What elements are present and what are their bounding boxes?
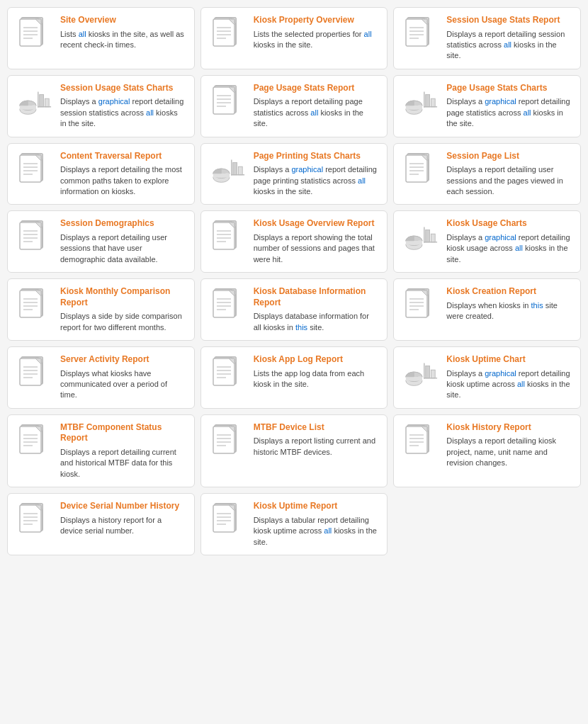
card-content-traversal-report[interactable]: Content Traversal ReportDisplays a repor… [7, 143, 195, 205]
card-desc-kiosk-app-log-report: Lists the app log data from each kiosk i… [254, 368, 379, 390]
card-device-serial-number-history[interactable]: Device Serial Number HistoryDisplays a h… [7, 493, 195, 555]
card-mtbf-device-list[interactable]: MTBF Device ListDisplays a report listin… [200, 414, 388, 487]
card-title-site-overview: Site Overview [60, 15, 186, 26]
card-kiosk-database-information-report[interactable]: Kiosk Database Information ReportDisplay… [200, 278, 388, 341]
svg-rect-111 [213, 222, 234, 249]
card-title-session-demographics: Session Demographics [60, 218, 186, 230]
svg-rect-39 [40, 94, 44, 106]
card-content-session-page-list: Session Page ListDisplays a report detai… [446, 151, 572, 198]
doc-icon-device-serial-number-history [16, 501, 53, 541]
card-content-device-serial-number-history: Device Serial Number HistoryDisplays a h… [60, 501, 186, 536]
card-session-page-list[interactable]: Session Page ListDisplays a report detai… [393, 143, 581, 205]
svg-rect-6 [20, 19, 41, 46]
card-content-kiosk-history-report: Kiosk History ReportDisplays a report de… [446, 422, 572, 469]
card-desc-kiosk-usage-charts: Displays a graphical report detailing ki… [446, 232, 572, 265]
svg-rect-186 [406, 377, 422, 381]
card-desc-kiosk-property-overview: Lists the selected properties for all ki… [254, 29, 379, 51]
card-content-server-activity-report: Server Activity ReportDisplays what kios… [60, 354, 186, 401]
svg-rect-40 [45, 98, 49, 107]
card-desc-page-usage-stats-report: Displays a report detailing page statist… [254, 96, 379, 129]
report-grid: Site OverviewLists all kiosks in the sit… [7, 7, 581, 555]
card-content-session-usage-stats-charts: Session Usage Stats ChartsDisplays a gra… [60, 83, 186, 130]
card-desc-session-demographics: Displays a report detailing user session… [60, 232, 186, 265]
card-kiosk-uptime-chart[interactable]: Kiosk Uptime ChartDisplays a graphical r… [393, 346, 581, 409]
svg-rect-68 [20, 155, 41, 182]
card-page-usage-stats-charts[interactable]: Page Usage Stats ChartsDisplays a graphi… [393, 75, 581, 137]
svg-rect-166 [20, 358, 41, 385]
card-title-session-page-list: Session Page List [446, 151, 572, 162]
svg-rect-59 [431, 98, 436, 107]
card-desc-session-page-list: Displays a report detailing user session… [446, 164, 572, 197]
card-kiosk-usage-overview-report[interactable]: Kiosk Usage Overview ReportDisplays a re… [200, 210, 388, 273]
svg-rect-187 [426, 366, 430, 378]
card-content-kiosk-usage-charts: Kiosk Usage ChartsDisplays a graphical r… [446, 218, 572, 265]
doc-icon-kiosk-usage-overview-report [210, 218, 247, 258]
card-kiosk-history-report[interactable]: Kiosk History ReportDisplays a report de… [393, 414, 581, 487]
card-desc-kiosk-monthly-comparison-report: Displays a side by side comparison repor… [60, 311, 186, 333]
doc-icon-kiosk-uptime-report [210, 501, 247, 541]
card-desc-kiosk-database-information-report: Displays database information for all ki… [254, 311, 379, 333]
chart-icon-kiosk-usage-charts [402, 218, 439, 258]
card-content-page-usage-stats-report: Page Usage Stats ReportDisplays a report… [254, 83, 379, 130]
svg-rect-87 [406, 155, 427, 182]
card-kiosk-creation-report[interactable]: Kiosk Creation ReportDisplays when kiosk… [393, 278, 581, 341]
doc-icon-kiosk-monthly-comparison-report [16, 286, 53, 326]
card-kiosk-usage-charts[interactable]: Kiosk Usage ChartsDisplays a graphical r… [393, 210, 581, 273]
chart-icon-kiosk-uptime-chart [402, 354, 439, 394]
svg-rect-120 [426, 230, 430, 242]
card-content-page-usage-stats-charts: Page Usage Stats ChartsDisplays a graphi… [446, 83, 572, 130]
svg-rect-221 [406, 426, 427, 453]
card-kiosk-property-overview[interactable]: Kiosk Property OverviewLists the selecte… [200, 7, 388, 69]
card-mtbf-component-status-report[interactable]: MTBF Component Status ReportDisplays a r… [7, 414, 195, 487]
svg-rect-78 [238, 166, 242, 175]
doc-icon-mtbf-device-list [210, 422, 247, 462]
card-desc-device-serial-number-history: Displays a history report for a device s… [60, 515, 186, 537]
card-title-kiosk-creation-report: Kiosk Creation Report [446, 286, 572, 298]
card-kiosk-uptime-report[interactable]: Kiosk Uptime ReportDisplays a tabular re… [200, 493, 388, 555]
svg-rect-121 [431, 234, 436, 243]
card-desc-page-printing-stats-charts: Displays a graphical report detailing pa… [254, 164, 379, 197]
card-kiosk-app-log-report[interactable]: Kiosk App Log ReportLists the app log da… [200, 346, 388, 409]
chart-icon-page-printing-stats-charts [210, 151, 247, 191]
card-title-page-usage-stats-report: Page Usage Stats Report [254, 83, 379, 94]
doc-icon-content-traversal-report [16, 151, 53, 191]
card-session-demographics[interactable]: Session DemographicsDisplays a report de… [7, 210, 195, 273]
card-desc-server-activity-report: Displays what kiosks have communicated o… [60, 368, 186, 401]
card-desc-site-overview: Lists all kiosks in the site, as well as… [60, 29, 186, 51]
card-title-mtbf-component-status-report: MTBF Component Status Report [60, 422, 186, 444]
card-page-usage-stats-report[interactable]: Page Usage Stats ReportDisplays a report… [200, 75, 388, 137]
card-session-usage-stats-report[interactable]: Session Usage Stats ReportDisplays a rep… [393, 7, 581, 69]
svg-rect-178 [213, 358, 234, 385]
svg-rect-154 [406, 290, 427, 317]
card-desc-kiosk-history-report: Displays a report detailing kiosk projec… [446, 436, 572, 468]
card-content-page-printing-stats-charts: Page Printing Stats ChartsDisplays a gra… [254, 151, 379, 198]
card-content-site-overview: Site OverviewLists all kiosks in the sit… [60, 15, 186, 50]
chart-icon-session-usage-stats-charts [16, 83, 53, 123]
card-session-usage-stats-charts[interactable]: Session Usage Stats ChartsDisplays a gra… [7, 75, 195, 137]
card-desc-mtbf-device-list: Displays a report listing current and hi… [254, 436, 379, 458]
card-content-kiosk-usage-overview-report: Kiosk Usage Overview ReportDisplays a re… [254, 218, 379, 265]
card-title-session-usage-stats-report: Session Usage Stats Report [446, 15, 572, 26]
card-kiosk-monthly-comparison-report[interactable]: Kiosk Monthly Comparison ReportDisplays … [7, 278, 195, 341]
card-content-mtbf-device-list: MTBF Device ListDisplays a report listin… [254, 422, 379, 458]
card-content-kiosk-uptime-report: Kiosk Uptime ReportDisplays a tabular re… [254, 501, 379, 548]
card-site-overview[interactable]: Site OverviewLists all kiosks in the sit… [7, 7, 195, 69]
card-desc-kiosk-uptime-chart: Displays a graphical report detailing ki… [446, 368, 572, 401]
card-content-kiosk-creation-report: Kiosk Creation ReportDisplays when kiosk… [446, 286, 572, 322]
card-desc-page-usage-stats-charts: Displays a graphical report detailing pa… [446, 96, 572, 129]
card-server-activity-report[interactable]: Server Activity ReportDisplays what kios… [7, 346, 195, 409]
card-title-kiosk-history-report: Kiosk History Report [446, 422, 572, 434]
svg-rect-209 [213, 426, 234, 453]
card-title-mtbf-device-list: MTBF Device List [254, 422, 379, 434]
card-title-kiosk-usage-overview-report: Kiosk Usage Overview Report [254, 218, 379, 230]
card-title-kiosk-property-overview: Kiosk Property Overview [254, 15, 379, 26]
chart-icon-page-usage-stats-charts [402, 83, 439, 123]
card-content-kiosk-monthly-comparison-report: Kiosk Monthly Comparison ReportDisplays … [60, 286, 186, 333]
card-title-kiosk-usage-charts: Kiosk Usage Charts [446, 218, 572, 230]
card-content-session-usage-stats-report: Session Usage Stats ReportDisplays a rep… [446, 15, 572, 62]
card-content-kiosk-database-information-report: Kiosk Database Information ReportDisplay… [254, 286, 379, 333]
card-page-printing-stats-charts[interactable]: Page Printing Stats ChartsDisplays a gra… [200, 143, 388, 205]
svg-rect-119 [406, 241, 422, 245]
svg-rect-76 [213, 173, 230, 177]
doc-icon-server-activity-report [16, 354, 53, 394]
